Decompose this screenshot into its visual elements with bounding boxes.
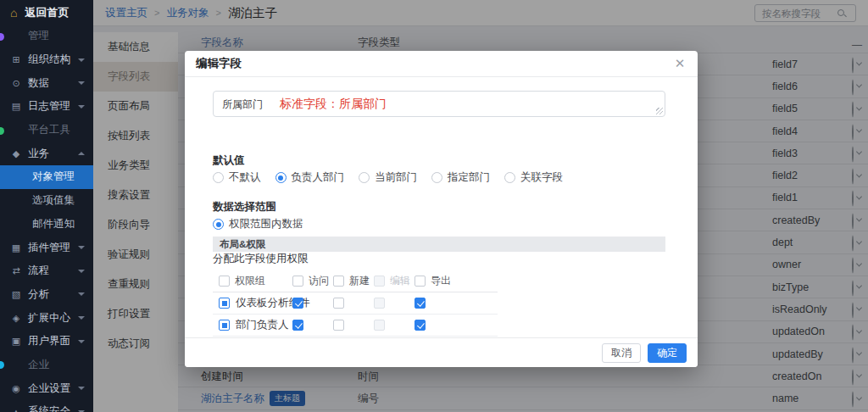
permission-header-row: 权限组访问新建编辑导出	[213, 270, 498, 292]
sidebar-item-label: 组织结构	[28, 53, 70, 67]
sidebar-item-label: 数据	[28, 76, 49, 91]
field-name-textarea[interactable]: 所属部门 标准字段：所属部门	[213, 91, 665, 117]
permission-group-cell: 仪表板分析组件	[219, 296, 292, 310]
field-name-value: 所属部门	[222, 97, 263, 112]
data-scope-label: 数据选择范围	[213, 200, 276, 214]
enterprise-dot-icon	[0, 361, 4, 369]
sidebar-item[interactable]: ◆业务	[0, 142, 93, 165]
permission-column-编辑: 编辑	[374, 274, 415, 288]
checkbox-unchecked[interactable]	[333, 298, 344, 309]
sidebar-subitem-label: 选项值集	[32, 193, 75, 208]
permission-column-权限组: 权限组	[219, 274, 292, 288]
default-value-option[interactable]: 当前部门	[359, 170, 417, 185]
screen: ⌂ 返回首页 管理⊞组织结构⊙数据▤日志管理平台工具◆业务对象管理选项值集邮件通…	[0, 0, 868, 412]
sidebar-item-label: 插件管理	[28, 241, 70, 255]
checkbox-checked[interactable]	[292, 298, 303, 309]
default-value-radio-group: 不默认负责人部门当前部门指定部门关联字段	[213, 170, 577, 185]
chevron-down-icon	[78, 292, 85, 296]
red-annotation: 标准字段：所属部门	[280, 97, 387, 112]
permission-cell	[415, 298, 455, 309]
sidebar-item-label: 平台工具	[28, 123, 70, 137]
data-scope-option[interactable]: 权限范围内数据	[213, 217, 303, 231]
chevron-down-icon	[78, 246, 85, 249]
permission-column-导出: 导出	[415, 274, 455, 288]
sidebar-item-label: 用户界面	[28, 334, 70, 348]
checkbox-checked[interactable]	[415, 320, 426, 331]
permission-column-label: 权限组	[235, 274, 265, 288]
header-checkbox[interactable]	[292, 276, 303, 287]
sidebar-item[interactable]: ▲系统安全	[0, 400, 93, 412]
sidebar-item[interactable]: ◉企业设置	[0, 376, 93, 400]
radio-selected-icon	[275, 172, 287, 183]
permission-column-label: 导出	[431, 274, 451, 288]
default-value-option[interactable]: 不默认	[213, 170, 261, 185]
checkbox-unchecked[interactable]	[333, 320, 344, 331]
radio-label: 关联字段	[520, 170, 563, 185]
data-scope-radio-group: 权限范围内数据	[213, 217, 318, 231]
chevron-down-icon	[78, 316, 85, 320]
permission-cell	[333, 320, 374, 331]
dialog-header: 编辑字段 ✕	[185, 51, 698, 77]
permission-cell	[374, 298, 415, 309]
sidebar-item-label: 日志管理	[28, 99, 70, 114]
layout-permission-bar: 布局&权限	[213, 237, 665, 252]
header-checkbox[interactable]	[415, 276, 426, 287]
sidebar-item[interactable]: 平台工具	[0, 119, 93, 142]
sidebar-item-label: 流程	[28, 264, 49, 278]
permission-cell	[374, 320, 415, 331]
edit-field-dialog: 编辑字段 ✕ 所属部门 标准字段：所属部门 默认值 不默认负责人部门当前部门指定…	[185, 51, 698, 367]
sidebar-item-home[interactable]: ⌂ 返回首页	[0, 0, 93, 25]
confirm-button[interactable]: 确定	[648, 343, 687, 363]
header-checkbox[interactable]	[333, 276, 344, 287]
default-value-option[interactable]: 负责人部门	[275, 170, 345, 185]
sidebar-item[interactable]: ⊙数据	[0, 71, 93, 95]
flow-icon: ⇄	[10, 265, 22, 276]
sidebar-item[interactable]: ⇄流程	[0, 259, 93, 283]
sidebar-subitem-label: 邮件通知	[32, 217, 75, 231]
header-checkbox[interactable]	[219, 276, 230, 287]
default-value-option[interactable]: 指定部门	[431, 170, 490, 185]
sidebar-item-label: 企业设置	[28, 381, 70, 396]
close-icon[interactable]: ✕	[672, 56, 687, 71]
enterprise-settings-icon: ◉	[10, 383, 22, 394]
ui-icon: ▣	[10, 336, 22, 347]
radio-unselected-icon	[213, 172, 224, 183]
checkbox-checked[interactable]	[415, 298, 426, 309]
dialog-body: 所属部门 标准字段：所属部门 默认值 不默认负责人部门当前部门指定部门关联字段 …	[213, 77, 665, 337]
sidebar-item[interactable]: ⊞组织结构	[0, 48, 93, 72]
row-indeterminate-checkbox[interactable]	[219, 320, 230, 331]
sidebar-item[interactable]: ▤日志管理	[0, 95, 93, 119]
resize-handle-icon[interactable]	[656, 108, 663, 114]
checkbox-disabled	[374, 320, 385, 331]
data-icon: ⊙	[10, 78, 22, 89]
radio-label: 权限范围内数据	[229, 217, 303, 231]
extension-icon: ◈	[10, 313, 22, 324]
sidebar-subitem[interactable]: 邮件通知	[0, 213, 93, 237]
permission-group-name: 部门负责人	[236, 318, 289, 332]
org-icon: ⊞	[10, 54, 22, 65]
permission-column-访问: 访问	[292, 274, 333, 288]
admin-dot-icon	[0, 33, 4, 41]
sidebar-item[interactable]: ◈扩展中心	[0, 306, 93, 330]
sidebar-item[interactable]: ▧分析	[0, 283, 93, 307]
cancel-button[interactable]: 取消	[602, 343, 641, 363]
platform-dot-icon	[0, 127, 4, 135]
security-icon: ▲	[10, 407, 22, 412]
radio-label: 当前部门	[375, 170, 417, 185]
radio-unselected-icon	[504, 172, 515, 183]
default-value-option[interactable]: 关联字段	[504, 170, 563, 185]
row-indeterminate-checkbox[interactable]	[219, 298, 230, 309]
sidebar-item[interactable]: 管理	[0, 25, 93, 48]
checkbox-checked[interactable]	[292, 320, 303, 331]
permission-cell	[292, 298, 333, 309]
radio-label: 负责人部门	[292, 170, 345, 185]
sidebar-item[interactable]: ▦插件管理	[0, 236, 93, 259]
sidebar-item[interactable]: 企业	[0, 354, 93, 377]
sidebar-subitem[interactable]: 选项值集	[0, 189, 93, 213]
sidebar-item[interactable]: ▣用户界面	[0, 330, 93, 354]
radio-label: 不默认	[229, 170, 261, 185]
sidebar-subitem[interactable]: 对象管理	[0, 165, 93, 189]
sidebar-item-label: 扩展中心	[28, 311, 70, 326]
checkbox-disabled	[374, 298, 385, 309]
sidebar-item-label: 企业	[28, 358, 49, 372]
